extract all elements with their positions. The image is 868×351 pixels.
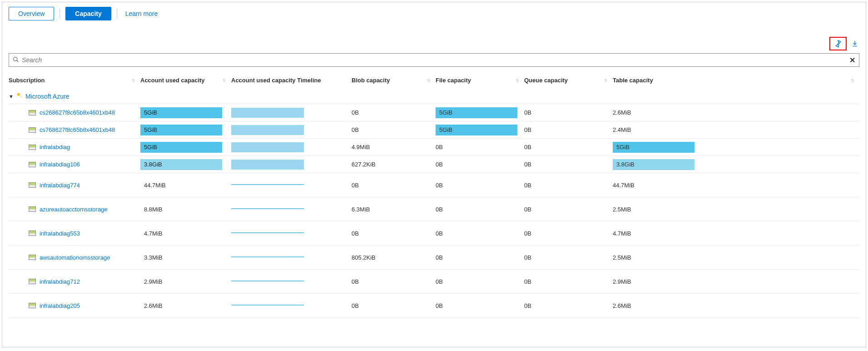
table-capacity-value: 2.5MiB (613, 251, 859, 264)
storage-account-link[interactable]: azureautoacctomsstorage (9, 203, 140, 216)
storage-account-name: infralabdiag (40, 144, 70, 150)
blob-capacity-value: 0B (352, 276, 436, 288)
timeline-cell (231, 122, 352, 138)
storage-account-name: infralabdiag205 (40, 302, 80, 309)
queue-capacity-value: 0B (524, 141, 613, 153)
storage-account-name: infralabdiag774 (40, 182, 80, 189)
sort-icon[interactable]: ↑↓ (851, 77, 853, 83)
tab-separator (60, 9, 60, 19)
col-timeline[interactable]: Account used capacity Timeline (231, 77, 352, 84)
storage-account-icon (29, 182, 36, 188)
storage-account-link[interactable]: infralabdiag774 (9, 179, 140, 191)
used-capacity-cell: 5GiB (140, 105, 231, 121)
storage-account-icon (29, 279, 36, 284)
timeline-cell (231, 173, 352, 197)
timeline-cell (231, 270, 352, 293)
capacity-bar: 5GiB (436, 125, 517, 135)
sort-icon[interactable]: ↑↓ (516, 77, 518, 83)
col-label: Table capacity (613, 77, 653, 84)
capacity-value: 44.7MiB (140, 180, 222, 191)
storage-account-link[interactable]: awsautomationomsstorage (9, 251, 140, 264)
storage-account-name: cs268627f8c65b8x4601xb48 (40, 109, 115, 116)
storage-account-link[interactable]: infralabdiag205 (9, 300, 140, 312)
blob-capacity-value: 0B (352, 227, 436, 240)
file-capacity-value: 0B (436, 179, 524, 191)
timeline-sparkline (231, 142, 304, 152)
queue-capacity-value: 0B (524, 227, 613, 240)
blob-capacity-value: 0B (352, 106, 436, 119)
table-capacity-value: 2.4MiB (613, 124, 859, 136)
key-icon (16, 92, 23, 100)
storage-account-name: infralabdiag553 (40, 230, 80, 237)
file-capacity-value: 0B (436, 300, 524, 312)
sort-icon[interactable]: ↑↓ (132, 77, 134, 83)
timeline-sparkline (231, 208, 304, 218)
storage-capacity-panel: Overview Capacity Learn more ✕ (2, 2, 866, 347)
sort-icon[interactable]: ↑↓ (223, 77, 225, 83)
tab-capacity[interactable]: Capacity (65, 7, 111, 20)
table-capacity-value: 2.6MiB (613, 106, 859, 119)
storage-account-link[interactable]: cs768627f8c65b8x4601xb48 (9, 124, 140, 136)
used-capacity-cell: 3.8GiB (140, 156, 231, 173)
capacity-bar: 5GiB (613, 142, 694, 153)
col-label: File capacity (436, 77, 471, 84)
storage-account-link[interactable]: cs268627f8c65b8x4601xb48 (9, 106, 140, 119)
storage-account-icon (29, 255, 36, 260)
table-capacity-value: 4.7MiB (613, 227, 859, 240)
table-row: infralabdiag5GiB4.9MiB0B0B5GiB (9, 139, 859, 156)
timeline-cell (231, 294, 352, 317)
col-label: Subscription (9, 77, 45, 84)
search-input[interactable] (22, 56, 849, 64)
timeline-cell (231, 157, 352, 172)
storage-account-link[interactable]: infralabdiag106 (9, 158, 140, 170)
clear-search-icon[interactable]: ✕ (849, 56, 855, 65)
sort-icon[interactable]: ↑↓ (604, 77, 606, 83)
table-capacity-value: 2.6MiB (613, 300, 859, 312)
col-subscription[interactable]: Subscription ↑↓ (9, 77, 140, 84)
pin-icon[interactable] (834, 40, 842, 48)
tab-overview[interactable]: Overview (9, 7, 54, 20)
storage-account-icon (29, 127, 36, 133)
tab-bar: Overview Capacity Learn more (9, 7, 859, 20)
storage-account-name: cs768627f8c65b8x4601xb48 (40, 126, 115, 133)
table-row: azureautoacctomsstorage8.8MiB6.3MiB0B0B2… (9, 197, 859, 221)
table-row: infralabdiag2052.6MiB0B0B0B2.6MiB (9, 294, 859, 318)
storage-account-icon (29, 110, 36, 115)
blob-capacity-value: 627.2KiB (352, 158, 436, 170)
capacity-value: 4.7MiB (140, 228, 222, 239)
col-queue[interactable]: Queue capacity ↑↓ (524, 77, 613, 84)
blob-capacity-value: 805.2KiB (352, 251, 436, 264)
table-capacity-value: 2.5MiB (613, 203, 859, 216)
col-label: Queue capacity (524, 77, 568, 84)
storage-account-icon (29, 206, 36, 212)
col-file[interactable]: File capacity ↑↓ (436, 77, 524, 84)
queue-capacity-value: 0B (524, 158, 613, 170)
group-label: Microsoft Azure (25, 93, 69, 100)
timeline-cell (231, 221, 352, 245)
blob-capacity-value: 4.9MiB (352, 141, 436, 153)
table-capacity-value: 3.8GiB (613, 156, 859, 173)
file-capacity-value: 5GiB (436, 105, 524, 121)
storage-account-link[interactable]: infralabdiag712 (9, 276, 140, 288)
timeline-sparkline (231, 160, 304, 170)
download-icon[interactable] (851, 40, 858, 47)
capacity-bar: 3.8GiB (140, 159, 222, 170)
svg-point-1 (17, 93, 20, 96)
group-row-subscription[interactable]: ▼ Microsoft Azure (9, 89, 859, 104)
col-table[interactable]: Table capacity ↑↓ (613, 77, 859, 84)
used-capacity-cell: 5GiB (140, 122, 231, 138)
col-label: Account used capacity Timeline (231, 77, 321, 84)
svg-point-0 (14, 57, 17, 60)
storage-account-link[interactable]: infralabdiag (9, 141, 140, 153)
pin-highlight-box (829, 37, 847, 50)
col-blob[interactable]: Blob capacity ↑↓ (352, 77, 436, 84)
col-account-used[interactable]: Account used capacity ↑↓ (140, 77, 231, 84)
learn-more-link[interactable]: Learn more (125, 10, 158, 17)
timeline-sparkline (231, 108, 304, 118)
storage-account-icon (29, 145, 36, 150)
storage-account-icon (29, 303, 36, 308)
storage-account-link[interactable]: infralabdiag553 (9, 227, 140, 240)
sort-icon[interactable]: ↑↓ (427, 77, 429, 83)
timeline-sparkline (231, 256, 304, 266)
search-bar: ✕ (9, 53, 859, 67)
